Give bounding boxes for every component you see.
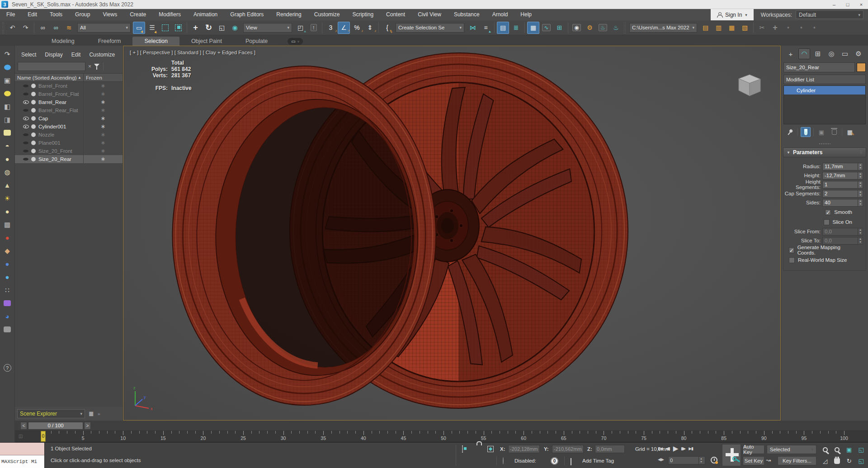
- z-coordinate-field[interactable]: 0,0mm: [595, 445, 625, 453]
- rendered-frame-window-icon[interactable]: ♨: [597, 22, 609, 34]
- column-header-name[interactable]: Name (Sorted Ascending) ▲: [15, 74, 84, 81]
- select-object-icon[interactable]: ▭▲: [133, 22, 145, 34]
- ribbon-tab-object-paint[interactable]: Object Paint: [179, 37, 234, 46]
- modify-tab[interactable]: ◠: [798, 48, 810, 59]
- clear-search-icon[interactable]: ×: [88, 63, 91, 70]
- remove-modifier-icon[interactable]: [829, 127, 839, 137]
- panel-resize-handle[interactable]: [781, 142, 868, 146]
- menu-modifiers[interactable]: Modifiers: [152, 9, 187, 20]
- eye-open-icon[interactable]: [23, 125, 29, 128]
- use-pivot-point-center-icon[interactable]: ◰+: [294, 22, 307, 34]
- menu-create[interactable]: Create: [123, 9, 152, 20]
- select-and-move-icon[interactable]: +: [189, 22, 202, 34]
- object-dot-icon[interactable]: [31, 124, 36, 129]
- menu-rendering[interactable]: Rendering: [270, 9, 307, 20]
- red-material-icon[interactable]: ●: [1, 231, 14, 244]
- menu-animation[interactable]: Animation: [187, 9, 224, 20]
- menu-scripting[interactable]: Scripting: [346, 9, 380, 20]
- object-dot-icon[interactable]: [31, 100, 36, 104]
- arc-rotate-icon[interactable]: ↷: [1, 47, 14, 61]
- eye-closed-icon[interactable]: [23, 93, 28, 95]
- rectangular-selection-region-icon[interactable]: [159, 22, 171, 34]
- zoom-extents-all-icon[interactable]: ◱: [859, 446, 864, 453]
- purple-panel-icon[interactable]: [1, 297, 14, 310]
- maxscript-macro-pane[interactable]: [0, 443, 44, 455]
- cloud-icon[interactable]: [1, 61, 14, 74]
- create-tab[interactable]: +: [785, 48, 797, 59]
- ribbon-tab-modeling[interactable]: Modeling: [40, 37, 86, 46]
- object-dot-icon[interactable]: [31, 141, 36, 145]
- frozen-toggle-icon[interactable]: ∗: [83, 147, 123, 155]
- scene-object-row-barrel-rear-flat[interactable]: Barrel_Rear_Flat∗: [15, 106, 123, 114]
- modifier-list-dropdown[interactable]: Modifier List ▾: [783, 75, 866, 84]
- sign-in-button[interactable]: Sign In ▾: [711, 9, 754, 20]
- script-scroll-icon-4[interactable]: ▧: [739, 22, 751, 34]
- explorer-menu-select[interactable]: Select: [21, 52, 36, 58]
- frozen-toggle-icon[interactable]: ∗: [83, 114, 123, 123]
- camera-lister-icon[interactable]: ◧: [1, 100, 14, 113]
- checkbox-generate-mapping-coords-[interactable]: ✓: [789, 247, 794, 253]
- bind-to-space-warp-icon[interactable]: ≋: [63, 22, 75, 34]
- edit-named-selection-sets-icon[interactable]: {✎: [381, 22, 393, 34]
- auto-key-button[interactable]: Auto Key: [743, 445, 764, 454]
- percent-snap-toggle-icon[interactable]: %ˀ: [351, 22, 363, 34]
- next-frame-slider-button[interactable]: >: [84, 422, 91, 430]
- param-field-height-segments-[interactable]: 1▴▾: [822, 181, 863, 189]
- eye-open-icon[interactable]: [23, 117, 29, 120]
- display-tab[interactable]: ▭: [839, 48, 851, 59]
- object-dot-icon[interactable]: [31, 92, 36, 96]
- ribbon-tab-populate[interactable]: Populate: [234, 37, 279, 46]
- menu-file[interactable]: File: [0, 9, 21, 20]
- y-coordinate-field[interactable]: -210,562mm: [552, 445, 584, 453]
- curve-editor-icon[interactable]: ∿: [540, 22, 552, 34]
- param-field-slice-to-[interactable]: 0,0▴▾: [822, 237, 863, 245]
- zoom-icon[interactable]: [823, 447, 828, 452]
- object-name[interactable]: Size_20_Front: [38, 148, 83, 154]
- add-time-tag[interactable]: Add Time Tag: [582, 458, 614, 463]
- frozen-toggle-icon[interactable]: ∗: [83, 123, 123, 131]
- plane-primitive-icon[interactable]: [1, 126, 14, 139]
- spinner-arrows[interactable]: ▴▾: [858, 190, 863, 197]
- zoom-all-icon[interactable]: [835, 447, 840, 452]
- menu-arnold[interactable]: Arnold: [486, 9, 514, 20]
- scene-object-row-size-20-rear[interactable]: Size_20_Rear∗: [15, 155, 123, 163]
- frozen-toggle-icon[interactable]: ∗: [83, 131, 123, 139]
- frozen-toggle-icon[interactable]: ∗: [83, 90, 123, 98]
- viewport-header[interactable]: [ + ] [ Perspective ] [ Standard ] [ Cla…: [130, 50, 255, 55]
- object-name[interactable]: Cylinder001: [38, 124, 83, 129]
- object-name[interactable]: Nozzle: [38, 132, 83, 137]
- scene-search-input[interactable]: [18, 62, 85, 71]
- script-scroll-icon-2[interactable]: ▥: [712, 22, 725, 34]
- minimize-button[interactable]: –: [827, 2, 841, 7]
- explorer-selector-dropdown[interactable]: Scene Explorer ▾: [17, 409, 85, 418]
- checkbox-slice-on[interactable]: [824, 219, 830, 225]
- key-filters-button[interactable]: Key Filters...: [778, 456, 816, 465]
- param-field-slice-from-[interactable]: 0,0▴▾: [822, 228, 863, 236]
- scene-object-row-barrel-rear[interactable]: Barrel_Rear∗: [15, 98, 123, 106]
- mirror-icon[interactable]: ⋈: [467, 22, 479, 34]
- spinner-arrows[interactable]: ▴▾: [858, 237, 863, 244]
- set-keys-big-button[interactable]: [722, 444, 741, 466]
- go-to-start-button[interactable]: ▮◀: [658, 446, 662, 451]
- 3dsmax-logo-icon[interactable]: 3: [1, 1, 8, 8]
- object-dot-icon[interactable]: [31, 116, 36, 121]
- sun-light-icon[interactable]: ☀: [1, 192, 14, 205]
- maxscript-mini-listener[interactable]: MAXScript Mi: [0, 443, 45, 468]
- toggle-layer-explorer-icon[interactable]: ≣: [510, 22, 522, 34]
- select-by-name-icon[interactable]: ☰▲: [146, 22, 158, 34]
- menu-views[interactable]: Views: [96, 9, 123, 20]
- gray-box-icon[interactable]: [1, 323, 14, 336]
- layers-icon[interactable]: ≣: [89, 410, 94, 417]
- angle-snap-toggle-icon[interactable]: ∠ˀ: [338, 22, 350, 34]
- column-header-frozen[interactable]: Frozen: [84, 75, 102, 80]
- show-end-result-icon[interactable]: [801, 127, 811, 137]
- script-scroll-icon-1[interactable]: ▤: [699, 22, 712, 34]
- object-dot-icon[interactable]: [31, 84, 36, 88]
- dim-dot-icon-2[interactable]: •: [795, 22, 807, 34]
- ribbon-config-dropdown[interactable]: ▭ ▾: [288, 38, 303, 45]
- spinner-arrows[interactable]: ▴▾: [858, 172, 863, 179]
- maximize-button[interactable]: □: [841, 2, 854, 7]
- filter-funnel-icon[interactable]: [94, 63, 100, 70]
- frame-step-arrows[interactable]: ◀▶: [658, 457, 664, 462]
- reference-coordinate-system-dropdown[interactable]: View▾: [243, 23, 292, 33]
